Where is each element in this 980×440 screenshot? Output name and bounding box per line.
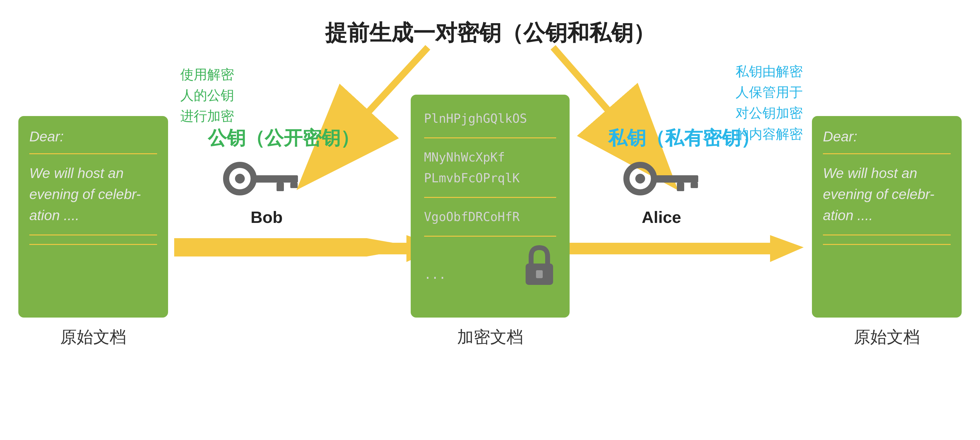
enc-line-sep1 — [424, 137, 556, 138]
bob-key-icon — [223, 162, 302, 197]
left-doc-dear: Dear: — [29, 128, 157, 145]
right-doc-line1 — [823, 153, 951, 154]
enc-line-sep2 — [424, 197, 556, 198]
right-card-label: 原始文档 — [812, 326, 962, 348]
enc-line4: VgoObfDRCoHfR — [424, 206, 556, 227]
center-card-label: 加密文档 — [411, 326, 570, 348]
svg-rect-15 — [252, 175, 298, 183]
svg-rect-20 — [652, 175, 698, 183]
svg-rect-21 — [677, 183, 684, 191]
right-doc-text3: ation .... — [823, 205, 951, 226]
main-title: 提前生成一对密钥（公钥和私钥） — [325, 18, 655, 48]
enc-line3: PLmvbFcOPrqlK — [424, 168, 556, 188]
right-doc-dear: Dear: — [823, 128, 951, 145]
enc-line-sep3 — [424, 236, 556, 237]
left-doc-text1: We will host an — [29, 163, 157, 184]
svg-rect-9 — [538, 243, 770, 254]
right-doc-card: Dear: We will host an evening of celebr-… — [812, 116, 962, 318]
svg-rect-12 — [536, 270, 543, 278]
left-card-label: 原始文档 — [18, 326, 168, 348]
lock-icon — [523, 245, 556, 285]
svg-rect-17 — [290, 183, 298, 188]
svg-rect-22 — [690, 183, 698, 188]
enc-line1: PlnHPjghGQlkOS — [424, 108, 556, 129]
enc-line5: ... — [424, 264, 446, 285]
left-doc-card: Dear: We will host an evening of celebr-… — [18, 116, 168, 318]
bob-label: Bob — [251, 208, 283, 227]
diagram-container: 提前生成一对密钥（公钥和私钥） — [0, 0, 980, 440]
left-doc-line1 — [29, 153, 157, 154]
svg-rect-7 — [174, 243, 406, 254]
right-doc-text2: evening of celebr- — [823, 184, 951, 205]
svg-rect-16 — [277, 183, 284, 191]
right-doc-text1: We will host an — [823, 163, 951, 184]
annot-green: 使用解密 人的公钥 进行加密 — [180, 64, 234, 127]
pubkey-label: 公钥（公开密钥） — [208, 125, 360, 151]
center-doc-card: PlnHPjghGQlkOS MNyNhWcXpKf PLmvbFcOPrqlK… — [411, 95, 570, 318]
right-doc-line3 — [823, 244, 951, 245]
enc-line2: MNyNhWcXpKf — [424, 147, 556, 168]
svg-line-5 — [553, 47, 669, 180]
alice-key-icon — [624, 162, 703, 197]
svg-point-19 — [635, 174, 645, 184]
left-doc-text2: evening of celebr- — [29, 184, 157, 205]
svg-marker-6 — [174, 238, 418, 256]
annot-blue: 私钥由解密 人保管用于 对公钥加密 的内容解密 — [735, 61, 803, 145]
left-doc-line3 — [29, 244, 157, 245]
left-doc-text3: ation .... — [29, 205, 157, 226]
left-doc-line2 — [29, 235, 157, 235]
right-doc-line2 — [823, 235, 951, 235]
alice-label: Alice — [642, 208, 681, 227]
svg-line-4 — [305, 47, 428, 180]
svg-marker-10 — [770, 235, 804, 262]
svg-point-14 — [235, 174, 245, 184]
